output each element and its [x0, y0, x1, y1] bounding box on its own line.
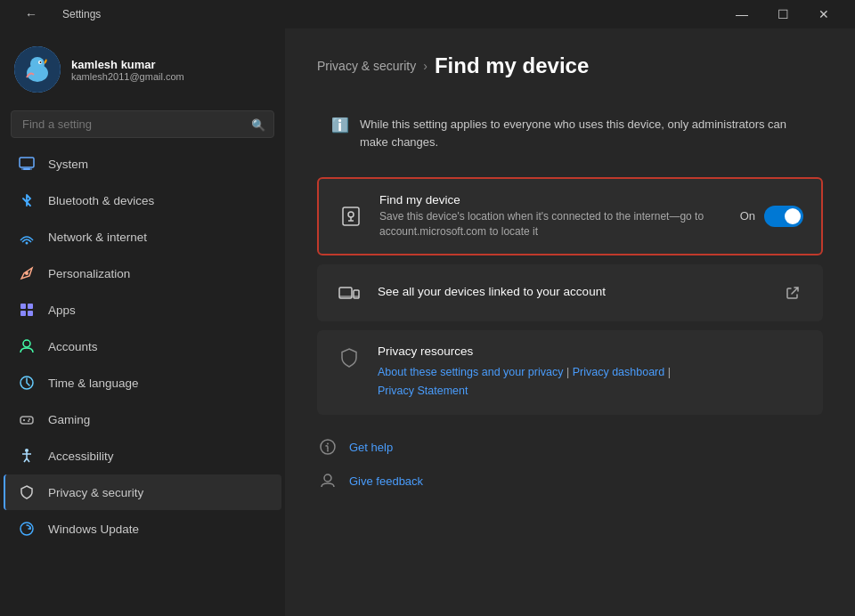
svg-point-21: [25, 449, 28, 452]
sidebar-item-label-windows-update: Windows Update: [48, 523, 139, 536]
sidebar-item-time[interactable]: Time & language: [4, 365, 281, 401]
find-my-device-desc: Save this device's location when it's co…: [379, 209, 726, 239]
svg-rect-16: [20, 417, 33, 424]
external-link-icon[interactable]: [780, 280, 805, 305]
search-icon: 🔍: [251, 118, 265, 131]
find-my-device-card: Find my device Save this device's locati…: [317, 177, 823, 255]
see-all-devices-action: [780, 280, 805, 305]
sidebar-item-bluetooth[interactable]: Bluetooth & devices: [4, 182, 281, 218]
svg-rect-10: [20, 304, 26, 309]
sidebar-item-label-apps: Apps: [48, 304, 76, 317]
svg-rect-31: [354, 290, 359, 298]
resources-title: Privacy resources: [378, 344, 671, 358]
find-my-device-content: Find my device Save this device's locati…: [379, 193, 726, 239]
privacy-dashboard-link[interactable]: Privacy dashboard: [573, 366, 665, 378]
find-my-device-toggle[interactable]: [764, 206, 803, 227]
privacy-statement-link[interactable]: Privacy Statement: [378, 385, 468, 397]
link-sep-1: |: [566, 366, 573, 378]
about-settings-link[interactable]: About these settings and your privacy: [378, 366, 563, 378]
back-button[interactable]: ←: [11, 0, 52, 28]
nav-items: System Bluetooth & devices Network & int…: [0, 145, 285, 616]
svg-point-14: [23, 340, 30, 347]
user-name: kamlesh kumar: [71, 58, 184, 71]
search-box: 🔍: [11, 110, 274, 138]
give-feedback-icon: [317, 470, 338, 491]
get-help-item[interactable]: Get help: [317, 433, 823, 461]
privacy-resources-card: Privacy resources About these settings a…: [317, 330, 823, 416]
main-layout: kamlesh kumar kamlesh2011@gmail.com 🔍 Sy…: [0, 28, 855, 616]
get-help-label: Get help: [349, 441, 393, 454]
see-all-devices-row: See all your devices linked to your acco…: [317, 264, 823, 321]
user-profile[interactable]: kamlesh kumar kamlesh2011@gmail.com: [0, 28, 285, 107]
titlebar-controls: — ☐ ✕: [721, 0, 844, 28]
breadcrumb: Privacy & security › Find my device: [317, 53, 823, 78]
titlebar-title: Settings: [62, 8, 101, 20]
svg-point-2: [30, 57, 45, 71]
sidebar-item-label-gaming: Gaming: [48, 413, 90, 426]
sidebar-item-privacy[interactable]: Privacy & security: [4, 474, 281, 510]
find-my-device-title: Find my device: [379, 193, 726, 207]
devices-icon: [335, 279, 363, 307]
find-my-device-row: Find my device Save this device's locati…: [319, 179, 821, 254]
sidebar-item-gaming[interactable]: Gaming: [4, 401, 281, 437]
sidebar-item-label-accessibility: Accessibility: [48, 450, 114, 463]
windows-update-icon: [18, 520, 36, 538]
sidebar-item-label-privacy: Privacy & security: [48, 486, 143, 499]
search-input[interactable]: [11, 110, 274, 138]
network-icon: [18, 228, 36, 246]
svg-point-37: [324, 474, 331, 482]
minimize-button[interactable]: —: [721, 0, 762, 28]
see-all-devices-content: See all your devices linked to your acco…: [378, 285, 766, 301]
breadcrumb-separator: ›: [423, 59, 428, 73]
sidebar-item-label-system: System: [48, 158, 88, 171]
avatar: [14, 46, 61, 93]
user-email: kamlesh2011@gmail.com: [71, 71, 184, 82]
find-device-icon: [337, 202, 365, 231]
close-button[interactable]: ✕: [803, 0, 844, 28]
sidebar-item-network[interactable]: Network & internet: [4, 219, 281, 255]
user-info: kamlesh kumar kamlesh2011@gmail.com: [71, 58, 184, 82]
accessibility-icon: [18, 447, 36, 465]
sidebar-item-personalization[interactable]: Personalization: [4, 255, 281, 291]
sidebar-item-label-time: Time & language: [48, 377, 139, 390]
sidebar-item-apps[interactable]: Apps: [4, 292, 281, 328]
sidebar-item-label-network: Network & internet: [48, 231, 147, 244]
sidebar-item-label-bluetooth: Bluetooth & devices: [48, 194, 154, 207]
info-banner: ℹ️ While this setting applies to everyon…: [317, 103, 823, 163]
svg-rect-27: [343, 207, 359, 225]
personalization-icon: [18, 264, 36, 282]
svg-point-20: [28, 420, 29, 422]
svg-rect-12: [20, 311, 26, 316]
breadcrumb-current: Find my device: [435, 53, 589, 78]
sidebar-item-accounts[interactable]: Accounts: [4, 328, 281, 364]
see-all-devices-label: See all your devices linked to your acco…: [378, 285, 766, 298]
sidebar-item-accessibility[interactable]: Accessibility: [4, 438, 281, 474]
svg-rect-5: [20, 158, 34, 167]
breadcrumb-parent[interactable]: Privacy & security: [317, 59, 416, 73]
find-my-device-action: On: [740, 206, 803, 227]
give-feedback-label: Give feedback: [349, 474, 423, 488]
svg-rect-13: [28, 311, 33, 316]
help-section: Get help Give feedback: [317, 433, 823, 495]
maximize-button[interactable]: ☐: [762, 0, 803, 28]
sidebar-item-label-personalization: Personalization: [48, 267, 130, 280]
svg-point-26: [20, 523, 33, 535]
svg-point-28: [348, 212, 354, 217]
svg-point-36: [327, 450, 329, 452]
svg-point-19: [28, 418, 30, 420]
info-icon: ℹ️: [331, 117, 349, 134]
give-feedback-item[interactable]: Give feedback: [317, 466, 823, 495]
titlebar-left: ← Settings: [11, 0, 101, 28]
info-text: While this setting applies to everyone w…: [360, 116, 809, 150]
accounts-icon: [18, 337, 36, 355]
link-sep-2: |: [668, 366, 671, 378]
svg-point-4: [40, 61, 42, 63]
resources-links: About these settings and your privacy | …: [378, 363, 671, 401]
system-icon: [18, 155, 36, 173]
see-all-devices-card[interactable]: See all your devices linked to your acco…: [317, 264, 823, 321]
gaming-icon: [18, 410, 36, 428]
sidebar-item-windows-update[interactable]: Windows Update: [4, 511, 281, 547]
resources-content: Privacy resources About these settings a…: [378, 344, 671, 401]
svg-line-25: [27, 458, 29, 462]
sidebar-item-system[interactable]: System: [4, 146, 281, 182]
